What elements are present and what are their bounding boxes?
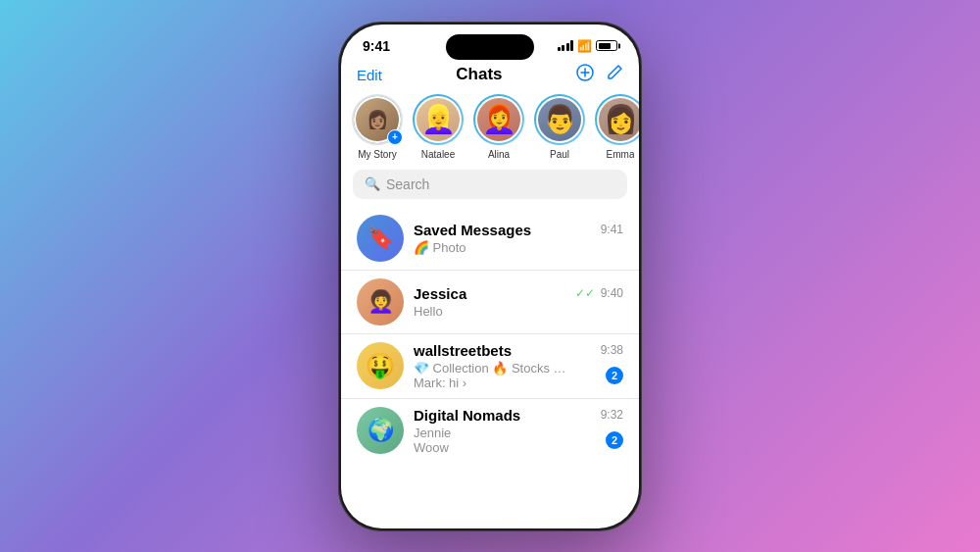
- story-natalee[interactable]: Natalee: [412, 94, 465, 160]
- jessica-info: Jessica ✓✓ 9:40 Hello: [414, 285, 623, 319]
- chat-list: 🔖 Saved Messages 9:41 🌈 Photo 👩‍: [341, 207, 639, 463]
- nomads-preview-row: Jennie Woow 2: [414, 426, 623, 455]
- emma-avatar-wrap: [595, 94, 639, 145]
- story-label-1: Natalee: [421, 149, 455, 160]
- add-story-icon: +: [387, 129, 403, 145]
- story-my-story[interactable]: 👩🏽 + My Story: [351, 94, 404, 160]
- natalee-avatar-wrap: [413, 94, 464, 145]
- signal-icon: [558, 40, 574, 51]
- status-time: 9:41: [363, 38, 390, 54]
- new-group-icon[interactable]: [576, 64, 594, 86]
- my-story-avatar-wrap: 👩🏽 +: [352, 94, 403, 145]
- story-label-0: My Story: [358, 149, 396, 160]
- natalee-ring: [413, 94, 464, 145]
- jessica-avatar: 👩‍🦱: [357, 278, 404, 326]
- nomads-time: 9:32: [601, 408, 623, 422]
- natalee-avatar: [416, 98, 460, 141]
- phone-body: 9:41 📶 Edit Chats: [338, 22, 642, 531]
- compose-icon[interactable]: [606, 64, 623, 86]
- nomads-name-row: Digital Nomads 9:32: [414, 407, 623, 424]
- saved-messages-info: Saved Messages 9:41 🌈 Photo: [414, 222, 623, 255]
- chat-item-saved-messages[interactable]: 🔖 Saved Messages 9:41 🌈 Photo: [341, 207, 639, 271]
- saved-messages-time: 9:41: [601, 223, 623, 236]
- paul-avatar-wrap: [534, 94, 585, 145]
- page-title: Chats: [456, 65, 502, 84]
- chat-item-jessica[interactable]: 👩‍🦱 Jessica ✓✓ 9:40 Hello: [341, 271, 639, 334]
- jessica-preview: Hello: [414, 304, 443, 319]
- nomads-badge: 2: [606, 431, 623, 449]
- chat-item-digital-nomads[interactable]: 🌍 Digital Nomads 9:32 Jennie Woow: [341, 399, 639, 463]
- wsb-name-row: wallstreetbets 9:38: [414, 342, 623, 359]
- alina-avatar-wrap: [473, 94, 524, 145]
- search-icon: 🔍: [365, 176, 380, 191]
- jessica-time: ✓✓ 9:40: [575, 286, 623, 300]
- wsb-preview-line1: 💎 Collection 🔥 Stocks 🐻 Memes...: [414, 361, 580, 376]
- nomads-info: Digital Nomads 9:32 Jennie Woow 2: [414, 407, 623, 455]
- chat-item-wallstreetbets[interactable]: 🤑 wallstreetbets 9:38 💎 Collection 🔥 Sto…: [341, 334, 639, 399]
- nomads-preview-line1: Jennie: [414, 426, 580, 440]
- jessica-name: Jessica: [414, 285, 466, 302]
- nomads-preview-line2: Woow: [414, 440, 580, 455]
- saved-messages-avatar: 🔖: [357, 215, 404, 262]
- alina-ring: [473, 94, 524, 145]
- edit-button[interactable]: Edit: [357, 67, 382, 83]
- wsb-info: wallstreetbets 9:38 💎 Collection 🔥 Stock…: [414, 342, 623, 390]
- saved-messages-name-row: Saved Messages 9:41: [414, 222, 623, 238]
- wifi-icon: 📶: [577, 39, 592, 53]
- search-bar[interactable]: 🔍 Search: [353, 170, 627, 199]
- jessica-preview-row: Hello: [414, 304, 623, 319]
- story-label-2: Alina: [488, 149, 510, 160]
- wsb-time: 9:38: [601, 343, 623, 357]
- dynamic-island: [446, 34, 534, 60]
- saved-messages-name: Saved Messages: [414, 222, 531, 238]
- status-icons: 📶: [558, 39, 618, 53]
- search-placeholder: Search: [386, 176, 429, 192]
- story-paul[interactable]: Paul: [533, 94, 586, 160]
- wsb-preview-row: 💎 Collection 🔥 Stocks 🐻 Memes... Mark: h…: [414, 361, 623, 390]
- stories-row: 👩🏽 + My Story Natalee: [341, 94, 639, 170]
- saved-messages-preview: 🌈 Photo: [414, 240, 466, 255]
- wsb-badge: 2: [606, 367, 623, 384]
- nomads-name: Digital Nomads: [414, 407, 520, 424]
- jessica-name-row: Jessica ✓✓ 9:40: [414, 285, 623, 302]
- phone-screen: 9:41 📶 Edit Chats: [341, 25, 639, 528]
- story-label-4: Emma: [607, 149, 635, 160]
- saved-messages-preview-row: 🌈 Photo: [414, 240, 623, 255]
- paul-avatar: [538, 98, 581, 141]
- battery-icon: [596, 40, 617, 51]
- wsb-name: wallstreetbets: [414, 342, 512, 359]
- phone-mockup: 9:41 📶 Edit Chats: [338, 22, 642, 531]
- story-emma[interactable]: Emma: [594, 94, 639, 160]
- story-alina[interactable]: Alina: [472, 94, 525, 160]
- story-label-3: Paul: [550, 149, 569, 160]
- alina-avatar: [477, 98, 520, 141]
- wsb-preview-block: 💎 Collection 🔥 Stocks 🐻 Memes... Mark: h…: [414, 361, 606, 390]
- emma-ring: [595, 94, 639, 145]
- nomads-avatar: 🌍: [357, 407, 404, 454]
- emma-avatar: [599, 98, 639, 141]
- chats-header: Edit Chats: [341, 60, 639, 94]
- header-action-icons: [576, 64, 623, 86]
- paul-ring: [534, 94, 585, 145]
- nomads-preview-block: Jennie Woow: [414, 426, 606, 455]
- delivered-icon: ✓✓: [575, 286, 595, 300]
- wsb-avatar: 🤑: [357, 342, 404, 389]
- wsb-preview-line2: Mark: hi ›: [414, 376, 580, 390]
